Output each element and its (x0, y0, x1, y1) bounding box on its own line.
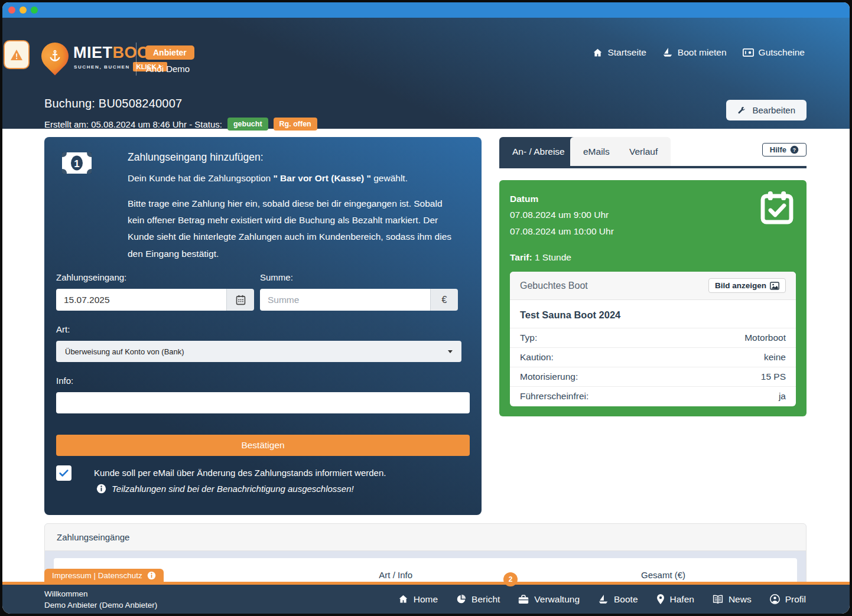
tab-underline (499, 166, 807, 168)
type-label: Art: (56, 324, 70, 334)
footer-nav-boote[interactable]: Boote (598, 594, 638, 605)
arrival-departure-card: Datum 07.08.2024 um 9:00 Uhr 07.08.2024 … (499, 180, 807, 416)
svg-text:?: ? (793, 147, 796, 153)
nav-startseite[interactable]: Startseite (593, 47, 646, 58)
footer-nav-news[interactable]: News (713, 594, 752, 605)
date-input-group (56, 289, 254, 311)
info-circle-icon (96, 484, 106, 494)
booked-boat-card: Gebuchtes Boot Bild anzeigen Test Sauna … (510, 272, 796, 406)
brand-tagline: SUCHEN, BUCHEN (74, 64, 130, 70)
info-circle-icon (147, 571, 156, 580)
payment-type-select[interactable]: Überweisung auf Konto von (Bank) (56, 341, 461, 362)
home-icon (593, 48, 603, 58)
checkbox-label: Kunde soll per eMail über Änderung des Z… (94, 468, 386, 478)
date-heading: Datum (510, 194, 538, 204)
arrival-datetime: 07.08.2024 um 9:00 Uhr (510, 210, 609, 220)
footer-nav-bericht[interactable]: Bericht (456, 594, 500, 605)
footer-nav-verwaltung[interactable]: Verwaltung (518, 594, 580, 605)
footer-nav-hafen[interactable]: Hafen (656, 594, 694, 605)
tariff-line: Tarif: 1 Stunde (510, 252, 571, 263)
info-label: Info: (56, 376, 73, 386)
voucher-icon (743, 48, 754, 57)
close-window-button[interactable] (8, 6, 15, 14)
boat-row-fuehrerscheinfrei: Führerscheinfrei:ja (510, 386, 796, 406)
brand-logo-pin[interactable] (35, 37, 74, 75)
calendar-addon-button[interactable] (226, 289, 254, 311)
verwaltung-notification-badge: 2 (503, 572, 518, 586)
departure-datetime: 07.08.2024 um 10:00 Uhr (510, 226, 614, 237)
status-badge-rg-offen: Rg. offen (274, 118, 317, 131)
notify-customer-checkbox[interactable] (56, 465, 71, 481)
account-name: Ahoi Demo (146, 64, 190, 74)
window-titlebar (2, 2, 850, 18)
boat-row-motorisierung: Motorisierung:15 PS (510, 367, 796, 386)
status-badge-gebucht: gebucht (227, 118, 268, 131)
zoom-window-button[interactable] (31, 6, 38, 14)
check-icon (59, 469, 69, 477)
footer-bar: Willkommen Demo Anbieter (Demo Anbieter)… (2, 585, 850, 614)
calendar-icon (236, 295, 246, 305)
home-icon (398, 594, 408, 604)
chevron-down-icon (448, 350, 453, 353)
warning-fab-button[interactable] (4, 40, 30, 69)
sum-input[interactable] (260, 289, 430, 311)
boat-card-header: Gebuchtes Boot Bild anzeigen (510, 272, 796, 300)
calendar-check-icon (760, 191, 794, 225)
sum-label: Summe: (260, 272, 293, 282)
payment-entry-card: 1 Zahlungseingang hinzufügen: Dein Kunde… (44, 137, 482, 515)
payment-option-name: " Bar vor Ort (Kasse) " (273, 173, 370, 183)
currency-addon: € (430, 289, 458, 311)
wrench-icon (737, 106, 747, 115)
payments-col-gesamt: Gesamt (€) (529, 564, 797, 580)
boat-name: Test Sauna Boot 2024 (510, 300, 796, 328)
warning-triangle-icon (10, 49, 23, 61)
footer-nav: Home Bericht Verwaltung Boote Hafen (398, 585, 806, 614)
tab-emails[interactable]: eMails (570, 137, 623, 166)
map-pin-icon (656, 594, 665, 604)
nav-boot-mieten[interactable]: Boot mieten (662, 47, 727, 58)
sailboat-icon (662, 47, 673, 58)
pie-chart-icon (456, 594, 466, 604)
confirm-payment-button[interactable]: Bestätigen (56, 435, 470, 456)
booking-created-text: Erstellt am: 05.08.2024 um 8:46 Uhr - St… (44, 119, 222, 129)
header-divider (136, 43, 136, 76)
anchor-icon (47, 48, 63, 64)
date-label: Zahlungseingang: (56, 272, 126, 282)
payment-card-title: Zahlungseingang hinzufügen: (128, 151, 264, 164)
tab-an-abreise[interactable]: An- / Abreise (499, 137, 578, 166)
payment-intro: Dein Kunde hat die Zahlungsoption " Bar … (128, 170, 470, 187)
date-input[interactable] (56, 289, 226, 311)
app-window: MIETBOOT SUCHEN, BUCHEN KLICK Anbieter A… (2, 2, 850, 614)
footer-nav-profil[interactable]: Profil (770, 594, 806, 605)
edit-booking-button[interactable]: Bearbeiten (726, 100, 807, 120)
briefcase-icon (518, 595, 529, 604)
sailboat-icon (598, 594, 609, 605)
show-image-button[interactable]: Bild anzeigen (708, 278, 786, 293)
boat-row-typ: Typ:Motorboot (510, 328, 796, 347)
impressum-datenschutz-link[interactable]: Impressum | Datenschutz (44, 569, 164, 585)
minimize-window-button[interactable] (19, 6, 27, 14)
tab-verlauf[interactable]: Verlauf (616, 137, 671, 166)
question-circle-icon: ? (790, 145, 799, 154)
boat-row-kaution: Kaution:keine (510, 347, 796, 367)
user-circle-icon (770, 594, 780, 604)
info-input[interactable] (56, 392, 470, 413)
help-button[interactable]: Hilfe ? (762, 143, 807, 157)
boat-card-title: Gebuchtes Boot (520, 281, 588, 291)
payment-description: Bitte trage eine Zahlung hier ein, sobal… (128, 195, 461, 262)
booking-meta: Erstellt am: 05.08.2024 um 8:46 Uhr - St… (44, 118, 317, 131)
booking-title: Buchung: BU0508240007 (44, 97, 182, 110)
brand-part1: MIET (73, 44, 113, 61)
payments-col-art-info: Art / Info (262, 564, 529, 580)
banknote-icon: 1 (62, 152, 92, 174)
checkbox-note: Teilzahlungen sind bei der Benachrichtig… (96, 484, 354, 494)
news-icon (713, 595, 723, 604)
footer-nav-home[interactable]: Home (398, 594, 438, 605)
svg-text:1: 1 (74, 158, 79, 170)
sum-input-group: € (260, 289, 458, 311)
payments-panel-title: Zahlungseingänge (45, 524, 806, 551)
screenshot-root: MIETBOOT SUCHEN, BUCHEN KLICK Anbieter A… (0, 0, 852, 616)
payment-type-value: Überweisung auf Konto von (Bank) (65, 347, 184, 356)
image-icon (770, 282, 779, 290)
nav-gutscheine[interactable]: Gutscheine (743, 47, 805, 58)
